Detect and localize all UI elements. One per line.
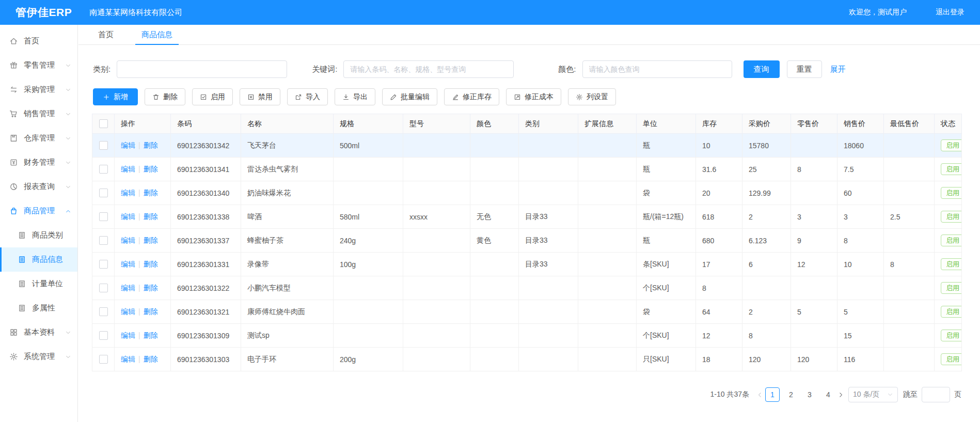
delete-link[interactable]: 删除	[144, 165, 158, 173]
batch-edit-button[interactable]: 批量编辑	[382, 88, 437, 105]
table-cell: 2	[742, 205, 791, 229]
chevron-down-icon	[65, 135, 71, 142]
edit-link[interactable]: 编辑	[121, 141, 135, 149]
edit-link[interactable]: 编辑	[121, 331, 135, 339]
keyword-input[interactable]	[343, 60, 514, 78]
sidebar-item-home[interactable]: 首页	[0, 29, 77, 53]
sidebar-item-product-category[interactable]: 商品类别	[0, 223, 77, 247]
search-button[interactable]: 查询	[744, 60, 780, 78]
sidebar-item-attributes[interactable]: 多属性	[0, 296, 77, 320]
sidebar-item-system[interactable]: 系统管理	[0, 345, 77, 369]
sidebar-item-products[interactable]: 商品管理	[0, 199, 77, 223]
enable-button[interactable]: 启用	[192, 88, 233, 105]
table-cell: 2.5	[884, 205, 935, 229]
edit-link[interactable]: 编辑	[121, 189, 135, 197]
export-button[interactable]: 导出	[335, 88, 375, 105]
sidebar-item-purchase[interactable]: 采购管理	[0, 77, 77, 102]
add-button[interactable]: 新增	[93, 88, 138, 105]
disable-button[interactable]: 禁用	[240, 88, 280, 105]
table-cell: 目录33	[519, 205, 578, 229]
search-icon[interactable]	[761, 8, 770, 17]
sidebar-item-finance[interactable]: 财务管理	[0, 150, 77, 175]
color-input[interactable]	[582, 60, 732, 78]
table-cell: 袋	[637, 181, 696, 205]
reset-button[interactable]: 重置	[787, 60, 822, 78]
tab-home[interactable]: 首页	[92, 25, 120, 44]
page-button-1[interactable]: 1	[765, 387, 780, 402]
sidebar-item-retail[interactable]: 零售管理	[0, 53, 77, 77]
prev-page-icon[interactable]	[756, 392, 763, 398]
delete-link[interactable]: 删除	[144, 189, 158, 197]
sidebar-item-units[interactable]: 计量单位	[0, 272, 77, 296]
row-checkbox[interactable]	[99, 331, 108, 340]
row-select-cell	[92, 134, 115, 158]
check-square-icon	[200, 93, 207, 101]
select-all-checkbox[interactable]	[99, 119, 108, 128]
expand-link[interactable]: 展开	[830, 65, 855, 74]
row-checkbox[interactable]	[99, 307, 108, 316]
row-select-cell	[92, 205, 115, 229]
chevron-down-icon	[65, 87, 71, 93]
edit-link[interactable]: 编辑	[121, 165, 135, 173]
sidebar-item-sales[interactable]: 销售管理	[0, 102, 77, 126]
tab-product-info[interactable]: 商品信息	[135, 25, 179, 44]
edit-link[interactable]: 编辑	[121, 307, 135, 316]
table-cell	[403, 253, 470, 276]
delete-link[interactable]: 删除	[144, 284, 158, 292]
row-checkbox[interactable]	[99, 236, 108, 245]
row-actions-cell: 编辑|删除	[115, 158, 171, 181]
sidebar-item-basic-data[interactable]: 基本资料	[0, 320, 77, 345]
bank-icon[interactable]	[786, 8, 795, 17]
edit-link[interactable]: 编辑	[121, 212, 135, 221]
row-checkbox[interactable]	[99, 189, 108, 197]
row-checkbox[interactable]	[99, 260, 108, 269]
page-button-2[interactable]: 2	[784, 387, 798, 402]
logout-button[interactable]: 退出登录	[923, 8, 965, 17]
edit-link[interactable]: 编辑	[121, 284, 135, 292]
table-cell: 120	[742, 348, 791, 371]
delete-link[interactable]: 删除	[144, 307, 158, 316]
table-cell	[470, 348, 519, 371]
page-button-4[interactable]: 4	[821, 387, 835, 402]
next-page-icon[interactable]	[837, 392, 844, 398]
delete-link[interactable]: 删除	[144, 331, 158, 339]
user-menu[interactable]: 欢迎您，测试用户	[836, 8, 907, 17]
column-settings-button[interactable]: 列设置	[568, 88, 616, 105]
delete-link[interactable]: 删除	[144, 355, 158, 363]
table-cell: 120	[791, 348, 837, 371]
fix-stock-button[interactable]: 修正库存	[444, 88, 499, 105]
delete-button[interactable]: 删除	[145, 88, 185, 105]
import-button[interactable]: 导入	[287, 88, 328, 105]
column-header: 颜色	[470, 114, 519, 134]
delete-link[interactable]: 删除	[144, 236, 158, 244]
edit-link[interactable]: 编辑	[121, 236, 135, 244]
category-select[interactable]	[117, 60, 287, 78]
sidebar-item-warehouse[interactable]: 仓库管理	[0, 126, 77, 150]
x-square-icon	[247, 93, 255, 101]
row-actions-cell: 编辑|删除	[115, 348, 171, 371]
sidebar-item-label: 财务管理	[24, 158, 55, 167]
delete-link[interactable]: 删除	[144, 212, 158, 221]
page-button-3[interactable]: 3	[802, 387, 817, 402]
row-checkbox[interactable]	[99, 141, 108, 150]
status-cell: 启用	[935, 276, 962, 300]
page-size-select[interactable]: 10 条/页	[848, 387, 898, 402]
fix-cost-button[interactable]: 修正成本	[506, 88, 561, 105]
table-cell	[334, 324, 403, 348]
table-cell: 9	[791, 229, 837, 253]
sidebar-item-reports[interactable]: 报表查询	[0, 175, 77, 199]
table-cell	[470, 181, 519, 205]
table-cell: 条[SKU]	[637, 253, 696, 276]
row-checkbox[interactable]	[99, 165, 108, 174]
delete-link[interactable]: 删除	[144, 141, 158, 149]
jump-page-input[interactable]	[922, 387, 950, 402]
sidebar-item-product-info[interactable]: 商品信息	[0, 247, 77, 272]
edit-link[interactable]: 编辑	[121, 355, 135, 363]
row-checkbox[interactable]	[99, 355, 108, 364]
bell-icon[interactable]	[811, 8, 820, 17]
row-checkbox[interactable]	[99, 212, 108, 221]
edit-link[interactable]: 编辑	[121, 260, 135, 268]
table-cell	[470, 276, 519, 300]
row-checkbox[interactable]	[99, 284, 108, 292]
delete-link[interactable]: 删除	[144, 260, 158, 268]
